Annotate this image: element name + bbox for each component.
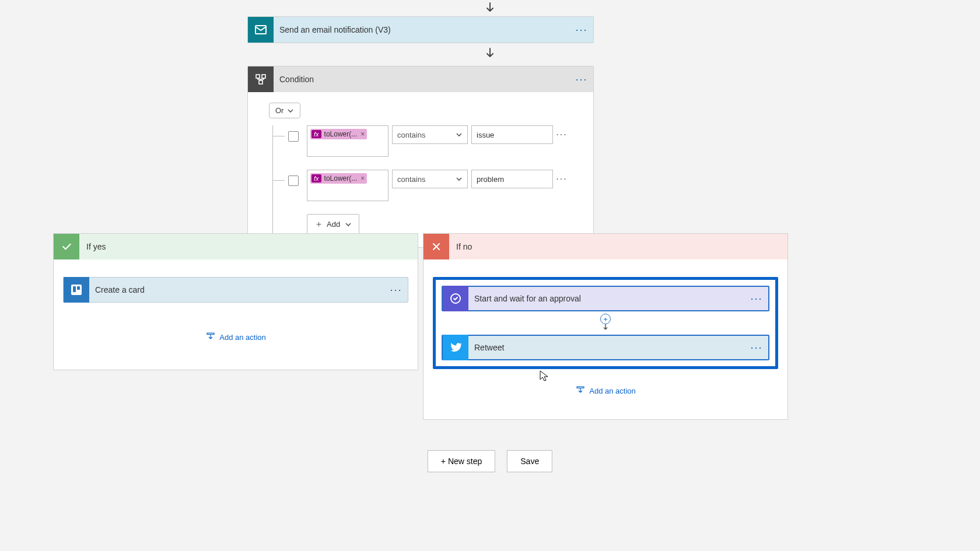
approval-icon <box>443 286 468 311</box>
add-action-label: Add an action <box>219 333 266 342</box>
fx-badge: fx <box>312 130 321 138</box>
rule-menu-button[interactable]: ··· <box>553 125 570 144</box>
rule-row: fx toLower(... × contains ··· <box>288 125 572 157</box>
rule-value-input[interactable] <box>471 170 553 188</box>
twitter-icon <box>443 335 468 360</box>
svg-rect-2 <box>262 75 265 78</box>
fx-text: toLower(... <box>324 174 358 183</box>
add-action-button[interactable]: Add an action <box>63 332 408 342</box>
svg-rect-6 <box>77 286 80 290</box>
branch-title: If yes <box>79 242 106 251</box>
step-menu-button[interactable]: ··· <box>570 17 593 43</box>
trello-icon <box>64 277 89 303</box>
step-menu-button[interactable]: ··· <box>570 66 593 92</box>
action-title: Retweet <box>468 343 745 352</box>
svg-rect-4 <box>71 285 82 295</box>
step-send-email[interactable]: Send an email notification (V3) ··· <box>247 16 594 43</box>
action-start-approval[interactable]: Start and wait for an approval ··· <box>442 286 769 311</box>
branch-if-no: If no Start and wait for an approval ···… <box>423 233 788 420</box>
rule-operator-select[interactable]: contains <box>392 170 468 188</box>
rule-menu-button[interactable]: ··· <box>553 170 570 188</box>
save-button[interactable]: Save <box>507 450 552 472</box>
action-title: Create a card <box>89 285 384 294</box>
footer-buttons: + New step Save <box>428 450 552 472</box>
branch-header[interactable]: If no <box>424 234 788 259</box>
action-menu-button[interactable]: ··· <box>745 293 768 305</box>
fx-badge: fx <box>312 174 321 183</box>
svg-rect-5 <box>73 286 76 292</box>
remove-token-icon[interactable]: × <box>360 130 365 138</box>
step-title: Send an email notification (V3) <box>274 25 570 34</box>
operator-label: contains <box>397 175 425 184</box>
branch-if-yes: If yes Create a card ··· Add an action <box>53 233 418 370</box>
rule-rows: fx toLower(... × contains ··· <box>272 125 572 234</box>
insert-step-connector: + <box>442 314 769 332</box>
add-rule-label: Add <box>327 220 340 229</box>
svg-rect-7 <box>207 333 214 334</box>
rule-operator-select[interactable]: contains <box>392 125 468 144</box>
check-icon <box>54 234 79 259</box>
rule-checkbox[interactable] <box>288 176 299 186</box>
add-action-label: Add an action <box>589 387 636 395</box>
action-retweet[interactable]: Retweet ··· <box>442 335 769 360</box>
add-action-button[interactable]: Add an action <box>433 385 778 396</box>
action-menu-button[interactable]: ··· <box>745 342 768 354</box>
fx-text: toLower(... <box>324 130 358 138</box>
action-title: Start and wait for an approval <box>468 294 745 303</box>
rule-row: fx toLower(... × contains ··· <box>288 170 572 201</box>
connector-arrow <box>483 47 497 61</box>
add-rule-button[interactable]: ＋ Add <box>307 214 359 234</box>
mail-icon <box>248 17 274 43</box>
svg-rect-1 <box>256 75 260 78</box>
flow-canvas: Send an email notification (V3) ··· Cond… <box>0 0 980 551</box>
action-create-card[interactable]: Create a card ··· <box>63 277 408 303</box>
rule-left-operand[interactable]: fx toLower(... × <box>307 170 388 201</box>
logic-group-selector[interactable]: Or <box>269 103 300 118</box>
branch-title: If no <box>449 242 472 251</box>
fx-token: fx toLower(... × <box>310 129 367 139</box>
rule-value-input[interactable] <box>471 125 553 144</box>
remove-token-icon[interactable]: × <box>360 174 365 183</box>
rule-left-operand[interactable]: fx toLower(... × <box>307 125 388 157</box>
branch-header[interactable]: If yes <box>54 234 418 259</box>
rule-checkbox[interactable] <box>288 131 299 142</box>
close-icon <box>424 234 449 259</box>
svg-rect-9 <box>577 387 584 388</box>
connector-arrow <box>483 1 497 15</box>
step-condition[interactable]: Condition ··· Or fx toLower(... × <box>247 66 594 248</box>
condition-body: Or fx toLower(... × contains <box>248 92 593 247</box>
selected-actions-group: Start and wait for an approval ··· + Ret… <box>433 277 778 369</box>
fx-token: fx toLower(... × <box>310 173 367 184</box>
condition-icon <box>248 66 274 92</box>
new-step-button[interactable]: + New step <box>428 450 495 472</box>
step-title: Condition <box>274 75 570 84</box>
svg-rect-3 <box>259 80 262 84</box>
plus-icon: ＋ <box>314 219 323 230</box>
logic-group-label: Or <box>275 106 284 115</box>
action-menu-button[interactable]: ··· <box>384 284 408 296</box>
operator-label: contains <box>397 131 425 139</box>
